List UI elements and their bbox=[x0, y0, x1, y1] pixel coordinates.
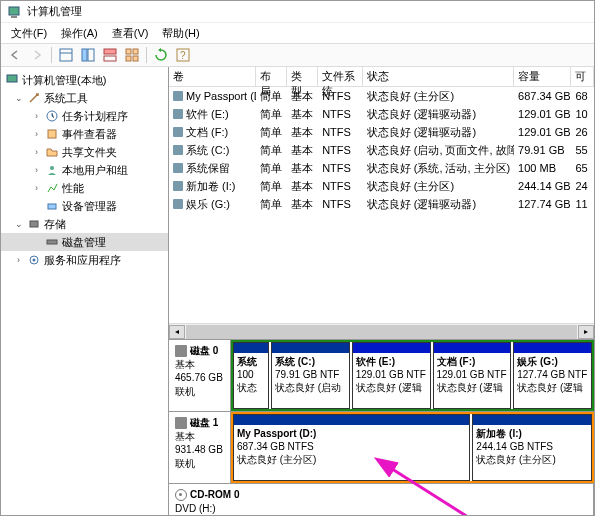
toolbar: ? bbox=[1, 43, 594, 67]
partition[interactable]: 软件 (E:)129.01 GB NTF状态良好 (逻辑 bbox=[352, 342, 431, 409]
view-button-3[interactable] bbox=[100, 45, 120, 65]
app-icon bbox=[7, 5, 21, 19]
disk-1-label: 磁盘 1 基本 931.48 GB 联机 bbox=[169, 412, 231, 483]
menu-file[interactable]: 文件(F) bbox=[5, 24, 53, 43]
horizontal-scrollbar[interactable]: ◂ ▸ bbox=[169, 323, 594, 339]
header-layout[interactable]: 布局 bbox=[256, 67, 287, 86]
volume-icon bbox=[173, 127, 183, 137]
disk-0-partitions: 系统100状态 系统 (C:)79.91 GB NTF状态良好 (启动 软件 (… bbox=[231, 340, 594, 411]
svg-rect-19 bbox=[30, 221, 38, 227]
table-row[interactable]: 软件 (E:) 简单 基本 NTFS 状态良好 (逻辑驱动器) 129.01 G… bbox=[169, 105, 594, 123]
volume-icon bbox=[173, 109, 183, 119]
tree-local-users[interactable]: › 本地用户和组 bbox=[1, 161, 168, 179]
menu-help[interactable]: 帮助(H) bbox=[156, 24, 205, 43]
disk-row-1[interactable]: 磁盘 1 基本 931.48 GB 联机 My Passport (D:)687… bbox=[169, 412, 594, 484]
svg-rect-10 bbox=[126, 56, 131, 61]
view-button-2[interactable] bbox=[78, 45, 98, 65]
view-button-1[interactable] bbox=[56, 45, 76, 65]
table-row[interactable]: 新加卷 (I:) 简单 基本 NTFS 状态良好 (主分区) 244.14 GB… bbox=[169, 177, 594, 195]
users-icon bbox=[45, 163, 59, 177]
nav-tree: 计算机管理(本地) ⌄ 系统工具 › 任务计划程序 › 事件查看器 › 共享文件… bbox=[1, 67, 169, 515]
forward-button[interactable] bbox=[27, 45, 47, 65]
tree-task-scheduler[interactable]: › 任务计划程序 bbox=[1, 107, 168, 125]
scroll-right-button[interactable]: ▸ bbox=[578, 325, 594, 339]
svg-point-22 bbox=[33, 259, 36, 262]
tree-device-manager[interactable]: 设备管理器 bbox=[1, 197, 168, 215]
computer-icon bbox=[5, 73, 19, 87]
header-free[interactable]: 可 bbox=[571, 67, 594, 86]
scroll-thumb[interactable] bbox=[186, 325, 577, 339]
disk-row-0[interactable]: 磁盘 0 基本 465.76 GB 联机 系统100状态 系统 (C:)79.9… bbox=[169, 340, 594, 412]
expand-icon[interactable]: › bbox=[31, 129, 42, 140]
refresh-button[interactable] bbox=[151, 45, 171, 65]
header-filesystem[interactable]: 文件系统 bbox=[318, 67, 363, 86]
svg-rect-7 bbox=[104, 56, 116, 61]
tree-storage[interactable]: ⌄ 存储 bbox=[1, 215, 168, 233]
disk-icon bbox=[175, 417, 187, 429]
partition[interactable]: 娱乐 (G:)127.74 GB NTF状态良好 (逻辑 bbox=[513, 342, 592, 409]
tree-root[interactable]: 计算机管理(本地) bbox=[1, 71, 168, 89]
svg-rect-20 bbox=[47, 240, 57, 244]
header-volume[interactable]: 卷 bbox=[169, 67, 256, 86]
expand-icon[interactable]: › bbox=[13, 255, 24, 266]
menu-bar: 文件(F) 操作(A) 查看(V) 帮助(H) bbox=[1, 23, 594, 43]
volume-icon bbox=[173, 163, 183, 173]
partition[interactable]: 新加卷 (I:)244.14 GB NTFS状态良好 (主分区) bbox=[472, 414, 592, 481]
tree-system-tools[interactable]: ⌄ 系统工具 bbox=[1, 89, 168, 107]
table-row[interactable]: 文档 (F:) 简单 基本 NTFS 状态良好 (逻辑驱动器) 129.01 G… bbox=[169, 123, 594, 141]
partition[interactable]: My Passport (D:)687.34 GB NTFS状态良好 (主分区) bbox=[233, 414, 470, 481]
disk-graphic-panel: 磁盘 0 基本 465.76 GB 联机 系统100状态 系统 (C:)79.9… bbox=[169, 339, 594, 515]
volume-icon bbox=[173, 199, 183, 209]
tree-performance[interactable]: › 性能 bbox=[1, 179, 168, 197]
volume-table: 卷 布局 类型 文件系统 状态 容量 可 My Passport (D:) 简单… bbox=[169, 67, 594, 339]
disk-icon bbox=[45, 235, 59, 249]
title-bar: 计算机管理 bbox=[1, 1, 594, 23]
expand-icon[interactable]: › bbox=[31, 147, 42, 158]
device-icon bbox=[45, 199, 59, 213]
svg-rect-5 bbox=[88, 49, 94, 61]
volume-icon bbox=[173, 145, 183, 155]
disk-row-cdrom[interactable]: CD-ROM 0 DVD (H:) bbox=[169, 484, 594, 515]
expand-icon[interactable]: › bbox=[31, 183, 42, 194]
scroll-left-button[interactable]: ◂ bbox=[169, 325, 185, 339]
tree-services[interactable]: › 服务和应用程序 bbox=[1, 251, 168, 269]
table-row[interactable]: My Passport (D:) 简单 基本 NTFS 状态良好 (主分区) 6… bbox=[169, 87, 594, 105]
svg-point-17 bbox=[50, 166, 54, 170]
svg-rect-18 bbox=[48, 204, 56, 209]
disk-0-label: 磁盘 0 基本 465.76 GB 联机 bbox=[169, 340, 231, 411]
cd-icon bbox=[175, 489, 187, 501]
services-icon bbox=[27, 253, 41, 267]
back-button[interactable] bbox=[5, 45, 25, 65]
volume-icon bbox=[173, 91, 183, 101]
tree-shared-folders[interactable]: › 共享文件夹 bbox=[1, 143, 168, 161]
table-row[interactable]: 娱乐 (G:) 简单 基本 NTFS 状态良好 (逻辑驱动器) 127.74 G… bbox=[169, 195, 594, 213]
svg-rect-1 bbox=[11, 16, 17, 18]
collapse-icon[interactable]: ⌄ bbox=[13, 93, 24, 104]
expand-icon[interactable]: › bbox=[31, 111, 42, 122]
menu-action[interactable]: 操作(A) bbox=[55, 24, 104, 43]
expand-icon[interactable]: › bbox=[31, 165, 42, 176]
header-capacity[interactable]: 容量 bbox=[514, 67, 571, 86]
partition[interactable]: 文档 (F:)129.01 GB NTF状态良好 (逻辑 bbox=[433, 342, 512, 409]
partition[interactable]: 系统 (C:)79.91 GB NTF状态良好 (启动 bbox=[271, 342, 350, 409]
table-row[interactable]: 系统 (C:) 简单 基本 NTFS 状态良好 (启动, 页面文件, 故障转储,… bbox=[169, 141, 594, 159]
window-title: 计算机管理 bbox=[27, 4, 82, 19]
folder-icon bbox=[45, 145, 59, 159]
disk-icon bbox=[175, 345, 187, 357]
collapse-icon[interactable]: ⌄ bbox=[13, 219, 24, 230]
partition[interactable]: 系统100状态 bbox=[233, 342, 269, 409]
content-pane: 卷 布局 类型 文件系统 状态 容量 可 My Passport (D:) 简单… bbox=[169, 67, 594, 515]
svg-rect-0 bbox=[9, 7, 19, 15]
svg-text:?: ? bbox=[180, 50, 186, 61]
svg-rect-11 bbox=[133, 56, 138, 61]
tree-disk-management[interactable]: 磁盘管理 bbox=[1, 233, 168, 251]
table-row[interactable]: 系统保留 简单 基本 NTFS 状态良好 (系统, 活动, 主分区) 100 M… bbox=[169, 159, 594, 177]
tree-event-viewer[interactable]: › 事件查看器 bbox=[1, 125, 168, 143]
view-button-4[interactable] bbox=[122, 45, 142, 65]
header-type[interactable]: 类型 bbox=[287, 67, 318, 86]
perf-icon bbox=[45, 181, 59, 195]
menu-view[interactable]: 查看(V) bbox=[106, 24, 155, 43]
header-status[interactable]: 状态 bbox=[363, 67, 514, 86]
help-button[interactable]: ? bbox=[173, 45, 193, 65]
svg-rect-8 bbox=[126, 49, 131, 54]
